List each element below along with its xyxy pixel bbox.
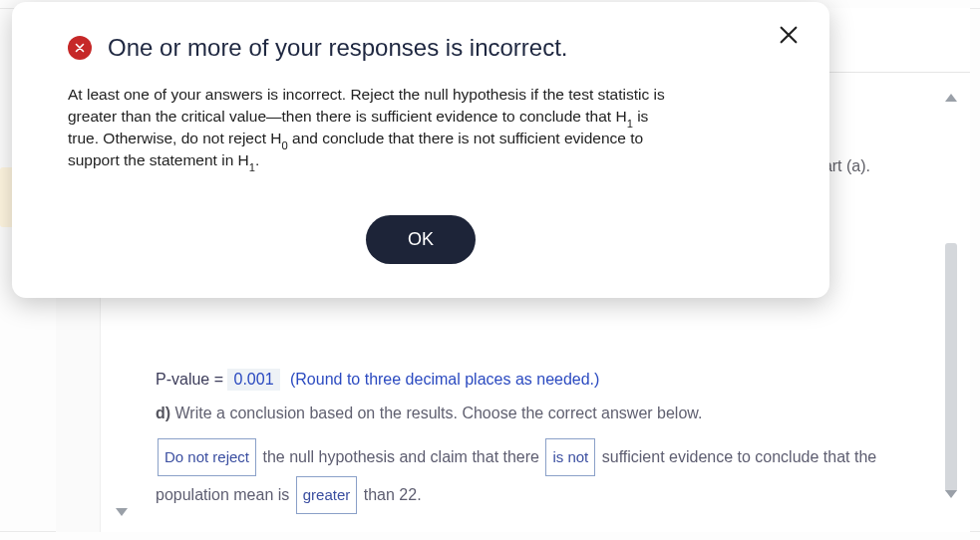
- p-value-label: P-value =: [156, 371, 227, 388]
- question-d: d) Write a conclusion based on the resul…: [156, 405, 940, 422]
- body-sub1: 1: [627, 118, 633, 130]
- vertical-scrollbar[interactable]: [944, 80, 958, 504]
- scroll-up-icon[interactable]: [945, 94, 957, 102]
- conclusion-text-1: the null hypothesis and claim that there: [258, 448, 543, 465]
- error-icon: [68, 36, 92, 60]
- body-sub1b: 1: [249, 161, 255, 173]
- p-value-line: P-value = 0.001 (Round to three decimal …: [156, 369, 599, 391]
- modal-actions: OK: [68, 215, 774, 264]
- body-sub0: 0: [282, 139, 288, 151]
- chevron-down-icon: [116, 508, 128, 516]
- close-button[interactable]: [778, 24, 806, 52]
- p-value-hint: (Round to three decimal places as needed…: [290, 371, 599, 388]
- body-p4: .: [255, 151, 259, 168]
- scroll-thumb[interactable]: [945, 243, 957, 492]
- modal-title: One or more of your responses is incorre…: [108, 34, 568, 62]
- conclusion-sentence: Do not reject the null hypothesis and cl…: [156, 438, 940, 514]
- ok-button[interactable]: OK: [366, 215, 476, 264]
- body-p1: At least one of your answers is incorrec…: [68, 86, 665, 125]
- conclusion-select-1[interactable]: Do not reject: [158, 438, 256, 476]
- conclusion-select-2[interactable]: is not: [545, 438, 595, 476]
- conclusion-text-3: than 22.: [359, 486, 421, 503]
- scroll-down-icon[interactable]: [945, 490, 957, 498]
- close-icon: [778, 24, 800, 46]
- app-stage: s in part (a). P-value = 0.001 (Round to…: [0, 0, 980, 540]
- conclusion-select-3[interactable]: greater: [296, 476, 358, 514]
- page-down-control[interactable]: [116, 508, 132, 520]
- p-value-input[interactable]: 0.001: [227, 369, 279, 391]
- question-d-text: Write a conclusion based on the results.…: [170, 405, 702, 421]
- question-d-label: d): [156, 405, 170, 421]
- modal-header: One or more of your responses is incorre…: [68, 34, 774, 62]
- frame-bottom: [0, 531, 980, 540]
- modal-body: At least one of your answers is incorrec…: [68, 84, 678, 171]
- feedback-modal: One or more of your responses is incorre…: [12, 2, 829, 298]
